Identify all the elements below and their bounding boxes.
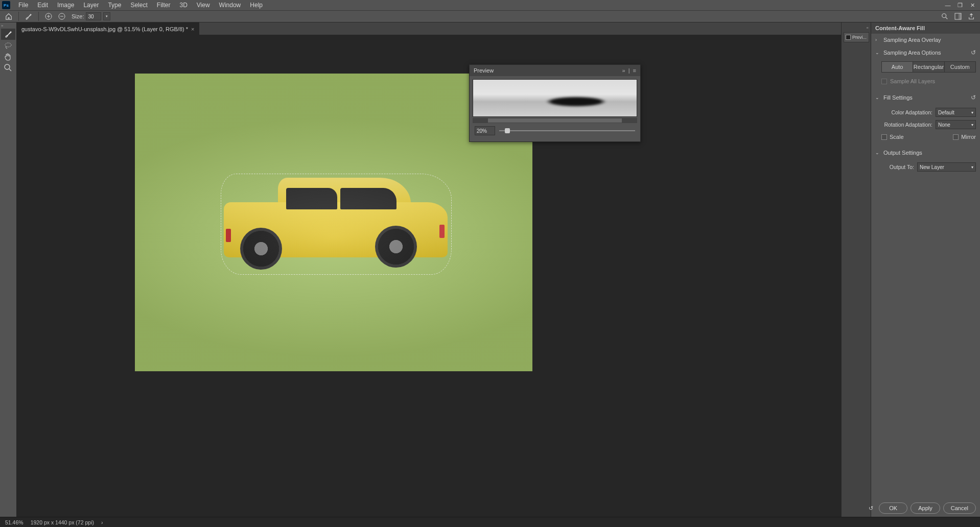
car-wheel-front <box>240 228 282 270</box>
menu-view[interactable]: View <box>193 1 214 10</box>
document-tab[interactable]: gustavo-S-W9vDLSwhU-unsplash.jpg @ 51.5%… <box>16 22 199 35</box>
main-row: » gustavo-S-W9vDLSwhU-unsplash.jpg @ 51.… <box>0 22 980 517</box>
caf-section-fill-label: Fill Settings <box>883 94 913 101</box>
menu-filter[interactable]: Filter <box>153 1 175 10</box>
caf-section-fill-settings[interactable]: ⌄ Fill Settings ↺ <box>871 91 980 104</box>
status-zoom[interactable]: 51.46% <box>5 519 24 525</box>
caf-section-sampling-overlay[interactable]: › Sampling Area Overlay <box>871 34 980 46</box>
reset-section-icon[interactable]: ↺ <box>971 94 976 101</box>
close-icon[interactable]: ✕ <box>967 1 978 10</box>
canvas-area: gustavo-S-W9vDLSwhU-unsplash.jpg @ 51.5%… <box>16 22 841 517</box>
output-to-label: Output To: <box>881 164 914 170</box>
menu-3d[interactable]: 3D <box>175 1 191 10</box>
preview-panel-title: Preview <box>474 67 494 74</box>
scale-checkbox[interactable] <box>881 134 887 140</box>
cancel-button[interactable]: Cancel <box>943 502 976 514</box>
preview-dock-label: Previ... <box>852 35 867 40</box>
subtract-brush-size-icon[interactable] <box>56 11 67 21</box>
dropdown-icon: ▾ <box>971 165 973 170</box>
chevron-right-icon: › <box>875 37 880 42</box>
collapse-toolbox-icon[interactable]: » <box>1 23 6 29</box>
preview-dock-button[interactable]: Previ... <box>844 32 869 42</box>
car-wheel-rear <box>375 226 417 268</box>
brush-tool-icon[interactable] <box>23 11 34 21</box>
seg-custom[interactable]: Custom <box>945 62 975 72</box>
zoom-tool[interactable] <box>1 62 15 74</box>
right-mini-dock: « Previ... <box>841 22 871 517</box>
preview-thumbnail[interactable] <box>473 79 637 117</box>
share-icon[interactable] <box>966 11 977 21</box>
minimize-icon[interactable]: — <box>942 1 953 10</box>
home-icon[interactable] <box>3 11 14 21</box>
car-body-shape <box>224 202 448 257</box>
output-to-value: New Layer <box>920 164 944 170</box>
search-icon[interactable] <box>939 11 950 21</box>
svg-point-6 <box>5 64 10 69</box>
menu-edit[interactable]: Edit <box>33 1 52 10</box>
sample-all-layers-checkbox <box>881 79 887 84</box>
reset-section-icon[interactable]: ↺ <box>971 49 976 56</box>
preview-panel: Preview » | ≡ <box>469 64 641 142</box>
caf-section-sampling-options[interactable]: ⌄ Sampling Area Options ↺ <box>871 46 980 59</box>
preview-dock-icon <box>846 35 851 40</box>
svg-point-2 <box>942 14 946 18</box>
reset-all-icon[interactable]: ↺ <box>866 503 876 513</box>
document-tab-close-icon[interactable]: × <box>191 26 194 32</box>
apply-button[interactable]: Apply <box>911 502 940 514</box>
sampling-mode-segmented: Auto Rectangular Custom <box>881 61 976 73</box>
size-input[interactable] <box>86 12 101 20</box>
add-brush-size-icon[interactable] <box>43 11 54 21</box>
caf-section-output-settings[interactable]: ⌄ Output Settings <box>871 147 980 159</box>
workspace-icon[interactable] <box>952 11 964 21</box>
status-flyout-icon[interactable]: › <box>101 519 103 525</box>
caf-panel-title: Content-Aware Fill <box>871 22 980 34</box>
ok-button[interactable]: OK <box>879 502 907 514</box>
collapse-dock-icon[interactable]: « <box>867 26 869 30</box>
size-dropdown-icon[interactable]: ▾ <box>103 12 110 20</box>
menu-help[interactable]: Help <box>246 1 267 10</box>
sampling-brush-tool[interactable] <box>1 29 15 40</box>
color-adaptation-value: Default <box>938 110 954 115</box>
footer-buttons: ↺ OK Apply Cancel <box>866 502 976 514</box>
mirror-checkbox[interactable] <box>953 134 959 140</box>
chevron-down-icon: ⌄ <box>875 95 880 100</box>
lasso-tool[interactable] <box>1 40 15 51</box>
menu-window[interactable]: Window <box>215 1 245 10</box>
menu-select[interactable]: Select <box>126 1 151 10</box>
menu-image[interactable]: Image <box>53 1 78 10</box>
caf-section-overlay-label: Sampling Area Overlay <box>883 37 941 43</box>
menubar: Ps File Edit Image Layer Type Select Fil… <box>0 0 980 10</box>
car-window-front <box>286 188 337 209</box>
panel-menu-icon[interactable]: ≡ <box>633 67 636 74</box>
output-to-select[interactable]: New Layer▾ <box>917 162 976 172</box>
preview-zoom-input[interactable] <box>475 126 495 135</box>
left-toolbox: » <box>0 22 16 517</box>
canvas-stage[interactable]: Preview » | ≡ <box>16 35 841 517</box>
status-dimensions: 1920 px x 1440 px (72 ppi) <box>31 519 94 525</box>
menu-file[interactable]: File <box>14 1 32 10</box>
rotation-adaptation-label: Rotation Adaptation: <box>881 122 932 128</box>
size-label: Size: <box>72 13 84 19</box>
content-aware-fill-panel: Content-Aware Fill › Sampling Area Overl… <box>871 22 980 517</box>
seg-rectangular[interactable]: Rectangular <box>913 62 944 72</box>
seg-auto[interactable]: Auto <box>882 62 913 72</box>
car-taillight-left <box>226 229 231 242</box>
rotation-adaptation-value: None <box>938 122 950 128</box>
document-tab-row: gustavo-S-W9vDLSwhU-unsplash.jpg @ 51.5%… <box>16 22 841 35</box>
preview-panel-tab[interactable]: Preview » | ≡ <box>470 65 640 76</box>
hand-tool[interactable] <box>1 51 15 62</box>
mirror-label: Mirror <box>961 134 976 140</box>
color-adaptation-label: Color Adaptation: <box>881 109 932 115</box>
color-adaptation-select[interactable]: Default▾ <box>936 108 976 117</box>
menu-layer[interactable]: Layer <box>79 1 103 10</box>
menu-type[interactable]: Type <box>104 1 125 10</box>
preview-zoom-slider[interactable] <box>499 130 635 131</box>
svg-rect-4 <box>959 13 961 19</box>
panel-collapse-icon[interactable]: » <box>622 67 625 74</box>
car-taillight-right <box>439 225 445 238</box>
rotation-adaptation-select[interactable]: None▾ <box>936 120 976 129</box>
preview-h-scrollbar[interactable] <box>473 118 637 123</box>
maximize-icon[interactable]: ❐ <box>954 1 966 10</box>
scale-label: Scale <box>890 134 904 140</box>
dropdown-icon: ▾ <box>971 123 973 127</box>
